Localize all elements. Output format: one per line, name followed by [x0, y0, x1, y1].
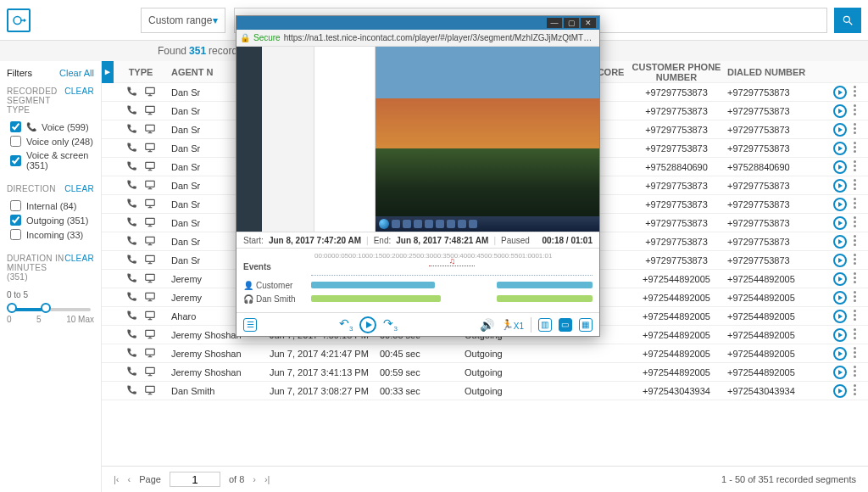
screen-icon — [144, 198, 156, 211]
row-menu-button[interactable] — [854, 104, 856, 118]
filter-item[interactable]: Outgoing (351) — [7, 213, 94, 227]
play-row-button[interactable] — [833, 198, 847, 211]
volume-icon[interactable]: 🔊 — [480, 318, 494, 332]
row-menu-button[interactable] — [854, 179, 856, 193]
svg-rect-43 — [146, 330, 155, 336]
maximize-button[interactable]: ▢ — [564, 18, 579, 28]
play-button[interactable] — [359, 316, 376, 333]
filter-duration-clear[interactable]: Clear — [64, 254, 94, 282]
close-button[interactable]: ✕ — [581, 18, 596, 28]
svg-rect-28 — [146, 237, 155, 243]
app-logo[interactable] — [7, 8, 31, 32]
date-range-select[interactable]: Custom range ▾ — [141, 8, 225, 33]
minimize-button[interactable]: — — [547, 18, 562, 28]
play-row-button[interactable] — [833, 310, 847, 323]
lock-icon: 🔒 — [240, 33, 250, 42]
filter-checkbox[interactable] — [10, 215, 21, 226]
page-next[interactable]: › — [253, 474, 256, 484]
play-row-button[interactable] — [833, 179, 847, 193]
play-row-button[interactable] — [833, 235, 847, 249]
filter-item[interactable]: Incoming (33) — [7, 227, 94, 242]
row-menu-button[interactable] — [854, 366, 856, 379]
row-menu-button[interactable] — [854, 384, 856, 398]
filter-direction-clear[interactable]: Clear — [64, 184, 94, 193]
layout-split-button[interactable]: ▥ — [538, 318, 552, 332]
filter-item[interactable]: Internal (84) — [7, 198, 94, 213]
play-row-button[interactable] — [833, 291, 847, 305]
row-menu-button[interactable] — [854, 254, 856, 267]
screen-icon — [144, 366, 156, 379]
play-row-button[interactable] — [833, 384, 847, 398]
filter-checkbox[interactable] — [10, 155, 21, 166]
row-menu-button[interactable] — [854, 235, 856, 249]
screen-icon — [144, 384, 156, 398]
row-menu-button[interactable] — [854, 198, 856, 211]
filter-type-clear[interactable]: Clear — [64, 87, 94, 115]
screen-icon — [144, 328, 156, 342]
svg-rect-16 — [146, 162, 155, 168]
table-row[interactable]: Dan SmithJun 7, 2017 3:08:27 PM00:33 sec… — [102, 382, 868, 400]
row-menu-button[interactable] — [854, 291, 856, 305]
play-row-button[interactable] — [833, 347, 847, 361]
rewind-button[interactable]: ↶3 — [339, 316, 353, 333]
agent-track[interactable] — [311, 295, 593, 302]
filter-item[interactable]: 📞Voice (599) — [7, 120, 94, 134]
row-menu-button[interactable] — [854, 142, 856, 155]
row-menu-button[interactable] — [854, 310, 856, 323]
row-menu-button[interactable] — [854, 123, 856, 137]
forward-button[interactable]: ↷3 — [383, 316, 397, 333]
play-row-button[interactable] — [833, 272, 847, 286]
screen-icon — [144, 310, 156, 323]
speed-button[interactable]: 🏃X1 — [501, 319, 524, 331]
screen-icon — [144, 104, 156, 118]
page-input[interactable] — [170, 472, 220, 487]
filter-checkbox[interactable] — [10, 121, 21, 132]
page-prev[interactable]: ‹ — [128, 474, 131, 484]
customer-track[interactable] — [311, 282, 593, 288]
events-track[interactable]: ♫ — [311, 263, 593, 270]
page-last[interactable]: ›| — [264, 474, 270, 484]
range-label: Custom range — [148, 14, 212, 26]
row-menu-button[interactable] — [854, 86, 856, 99]
search-button[interactable] — [834, 8, 861, 33]
svg-rect-46 — [146, 349, 155, 355]
caption-button[interactable]: ☰ — [243, 318, 257, 332]
play-row-button[interactable] — [833, 366, 847, 379]
play-row-button[interactable] — [833, 123, 847, 137]
screen-icon — [144, 216, 156, 230]
row-menu-button[interactable] — [854, 272, 856, 286]
col-phone[interactable]: CUSTOMER PHONE NUMBER — [626, 62, 727, 82]
play-row-button[interactable] — [833, 104, 847, 118]
filter-toggle[interactable]: ▸ — [102, 61, 114, 83]
table-row[interactable]: Jeremy ShoshanJun 7, 2017 3:41:13 PM00:5… — [102, 363, 868, 382]
duration-slider[interactable] — [10, 308, 91, 311]
layout-grid-button[interactable]: ▦ — [579, 318, 593, 332]
filter-item[interactable]: Voice only (248) — [7, 134, 94, 148]
voice-icon — [125, 216, 137, 230]
play-row-button[interactable] — [833, 142, 847, 155]
play-row-button[interactable] — [833, 328, 847, 342]
screen-recording-view — [236, 47, 599, 232]
play-row-button[interactable] — [833, 86, 847, 99]
voice-icon — [125, 384, 137, 398]
layout-screen-button[interactable]: ▭ — [559, 318, 572, 332]
table-row[interactable]: Jeremy ShoshanJun 7, 2017 4:21:47 PM00:4… — [102, 344, 868, 363]
clear-all-link[interactable]: Clear All — [59, 68, 94, 78]
filter-checkbox[interactable] — [10, 229, 21, 240]
play-row-button[interactable] — [833, 160, 847, 174]
person-icon: 👤 — [243, 281, 253, 290]
col-type[interactable]: TYPE — [114, 67, 168, 77]
col-dialed[interactable]: DIALED NUMBER — [727, 67, 821, 77]
filter-item[interactable]: Voice & screen (351) — [7, 148, 94, 172]
page-first[interactable]: |‹ — [114, 474, 120, 484]
row-menu-button[interactable] — [854, 216, 856, 230]
play-row-button[interactable] — [833, 254, 847, 267]
row-menu-button[interactable] — [854, 328, 856, 342]
row-menu-button[interactable] — [854, 347, 856, 361]
svg-rect-13 — [146, 143, 155, 149]
row-menu-button[interactable] — [854, 160, 856, 174]
filter-checkbox[interactable] — [10, 200, 21, 211]
play-row-button[interactable] — [833, 216, 847, 230]
voice-icon — [125, 254, 137, 267]
filter-checkbox[interactable] — [10, 136, 21, 147]
